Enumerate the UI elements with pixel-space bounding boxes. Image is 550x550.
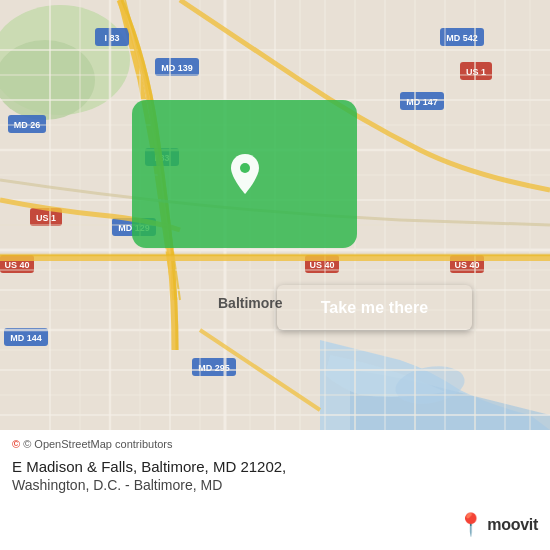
svg-point-71	[240, 163, 250, 173]
svg-text:MD 542: MD 542	[446, 33, 478, 43]
moovit-badge: 📍 moovit	[457, 512, 538, 538]
svg-text:MD 139: MD 139	[161, 63, 193, 73]
svg-text:MD 144: MD 144	[10, 333, 42, 343]
green-highlight-area: Take me there	[132, 100, 357, 248]
moovit-pin-icon: 📍	[457, 512, 484, 538]
map-container: I 83 MD 139 MD 26 US 1 MD 542 MD 147 I 8…	[0, 0, 550, 430]
location-pin-icon	[229, 154, 261, 194]
svg-text:Baltimore: Baltimore	[218, 295, 283, 311]
osm-credit: © © OpenStreetMap contributors	[12, 438, 538, 450]
svg-text:US 40: US 40	[4, 260, 29, 270]
svg-text:MD 147: MD 147	[406, 97, 438, 107]
moovit-logo-text: moovit	[487, 516, 538, 534]
svg-text:US 1: US 1	[36, 213, 56, 223]
moovit-logo: 📍 moovit	[457, 512, 538, 538]
svg-text:US 40: US 40	[309, 260, 334, 270]
bottom-bar: © © OpenStreetMap contributors E Madison…	[0, 430, 550, 550]
osm-logo: ©	[12, 438, 20, 450]
address-line1: E Madison & Falls, Baltimore, MD 21202,	[12, 456, 538, 477]
svg-text:I 83: I 83	[104, 33, 119, 43]
osm-credit-text: © OpenStreetMap contributors	[23, 438, 172, 450]
address-line2: Washington, D.C. - Baltimore, MD	[12, 477, 538, 493]
take-me-there-button[interactable]: Take me there	[277, 285, 472, 330]
